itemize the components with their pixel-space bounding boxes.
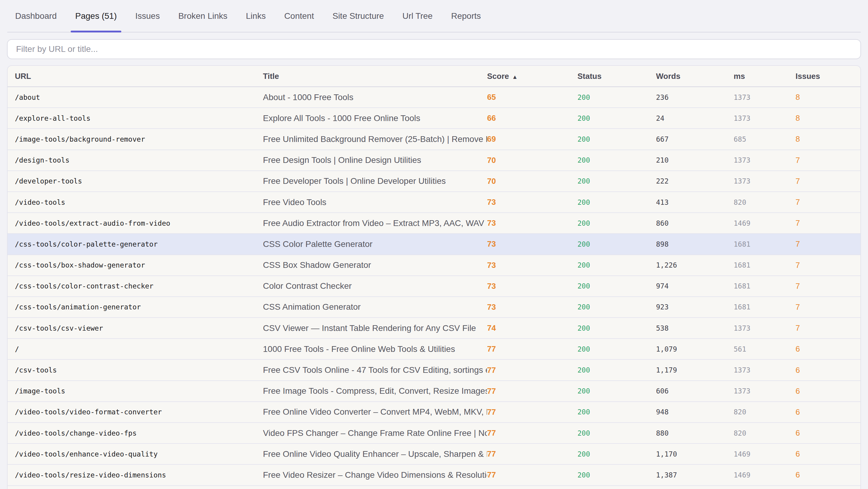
cell-status: 200 <box>578 240 656 248</box>
cell-status: 200 <box>578 261 656 269</box>
cell-title: Free Audio Extractor from Video – Extrac… <box>263 218 487 228</box>
table-row[interactable]: /csv-tools/csv-viewer CSV Viewer — Insta… <box>8 318 860 339</box>
cell-words: 24 <box>656 114 734 122</box>
cell-url: /css-tools/animation-generator <box>15 303 263 311</box>
table-row[interactable]: /developer-tools Free Developer Tools | … <box>8 171 860 192</box>
table-row[interactable]: /video-tools/extract-audio-from-video Fr… <box>8 213 860 234</box>
tab-broken-links[interactable]: Broken Links <box>178 0 227 32</box>
cell-title: 1000 Free Tools - Free Online Web Tools … <box>263 344 487 354</box>
cell-url: /video-tools/video-format-converter <box>15 408 263 416</box>
cell-status: 200 <box>578 429 656 437</box>
table-row[interactable]: /image-tools Free Image Tools - Compress… <box>8 381 860 402</box>
column-header-title[interactable]: Title <box>263 71 487 81</box>
cell-status: 200 <box>578 303 656 311</box>
cell-issues: 7 <box>796 197 860 207</box>
cell-title: Color Contrast Checker <box>263 281 487 291</box>
table-row[interactable]: / 1000 Free Tools - Free Online Web Tool… <box>8 339 860 360</box>
cell-status: 200 <box>578 408 656 416</box>
tab-dashboard[interactable]: Dashboard <box>15 0 57 32</box>
cell-status: 200 <box>578 198 656 206</box>
cell-title: CSV Viewer — Instant Table Rendering for… <box>263 324 487 333</box>
table-row[interactable]: /explore-all-tools Explore All Tools - 1… <box>8 108 860 129</box>
cell-url: /image-tools/background-remover <box>15 135 263 143</box>
tab-label: Url Tree <box>402 11 433 21</box>
column-header-issues[interactable]: Issues <box>796 71 860 81</box>
cell-status: 200 <box>578 450 656 458</box>
tab-label: Broken Links <box>178 11 227 21</box>
cell-ms: 1681 <box>734 282 796 290</box>
cell-ms: 1373 <box>734 93 796 101</box>
cell-words: 1,079 <box>656 345 734 353</box>
cell-score: 77 <box>487 344 578 354</box>
table-row[interactable]: /video-tools/resize-video-dimensions Fre… <box>8 465 860 486</box>
cell-status: 200 <box>578 177 656 185</box>
cell-issues: 8 <box>796 114 860 123</box>
table-row[interactable]: /video-tools/rotate-video Free Online Vi… <box>8 486 860 489</box>
sort-ascending-icon: ▲ <box>512 74 518 80</box>
column-header-score[interactable]: Score▲ <box>487 71 578 81</box>
column-header-ms[interactable]: ms <box>734 71 796 81</box>
cell-issues: 7 <box>796 156 860 165</box>
cell-url: /about <box>15 93 263 101</box>
table-row[interactable]: /csv-tools Free CSV Tools Online - 47 To… <box>8 360 860 381</box>
tab-pages-51[interactable]: Pages (51) <box>75 0 117 32</box>
table-row[interactable]: /css-tools/color-palette-generator CSS C… <box>8 234 860 255</box>
cell-words: 1,387 <box>656 471 734 479</box>
cell-issues: 7 <box>796 177 860 186</box>
table-row[interactable]: /css-tools/box-shadow-generator CSS Box … <box>8 255 860 276</box>
cell-words: 1,170 <box>656 450 734 458</box>
cell-issues: 6 <box>796 366 860 375</box>
table-row[interactable]: /video-tools Free Video Tools 73 200 413… <box>8 192 860 213</box>
cell-words: 860 <box>656 219 734 227</box>
tab-list: Dashboard Pages (51) Issues Broken Links… <box>7 0 481 32</box>
cell-ms: 1681 <box>734 303 796 311</box>
table-row[interactable]: /video-tools/enhance-video-quality Free … <box>8 444 860 465</box>
tab-label: Pages (51) <box>75 11 117 21</box>
cell-words: 222 <box>656 177 734 185</box>
cell-status: 200 <box>578 324 656 332</box>
cell-score: 77 <box>487 387 578 396</box>
column-header-status[interactable]: Status <box>578 71 656 81</box>
table-row[interactable]: /design-tools Free Design Tools | Online… <box>8 150 860 171</box>
tab-links[interactable]: Links <box>246 0 266 32</box>
tab-reports[interactable]: Reports <box>451 0 481 32</box>
cell-score: 77 <box>487 428 578 438</box>
tab-site-structure[interactable]: Site Structure <box>332 0 384 32</box>
cell-url: /design-tools <box>15 156 263 164</box>
cell-score: 66 <box>487 114 578 123</box>
table-row[interactable]: /css-tools/animation-generator CSS Anima… <box>8 297 860 318</box>
column-header-url[interactable]: URL <box>15 71 263 81</box>
filter-input[interactable] <box>7 39 861 59</box>
cell-score: 65 <box>487 93 578 102</box>
cell-issues: 7 <box>796 281 860 291</box>
cell-words: 538 <box>656 324 734 332</box>
tab-issues[interactable]: Issues <box>135 0 160 32</box>
cell-words: 667 <box>656 135 734 143</box>
cell-issues: 6 <box>796 449 860 459</box>
cell-issues: 7 <box>796 218 860 228</box>
cell-words: 898 <box>656 240 734 248</box>
cell-issues: 6 <box>796 407 860 417</box>
column-header-words[interactable]: Words <box>656 71 734 81</box>
cell-status: 200 <box>578 282 656 290</box>
cell-ms: 1373 <box>734 366 796 374</box>
cell-status: 200 <box>578 366 656 374</box>
cell-title: Free Video Tools <box>263 197 487 207</box>
cell-title: CSS Box Shadow Generator <box>263 260 487 270</box>
table-row[interactable]: /video-tools/change-video-fps Video FPS … <box>8 423 860 444</box>
cell-score: 70 <box>487 156 578 165</box>
cell-score: 77 <box>487 366 578 375</box>
tab-url-tree[interactable]: Url Tree <box>402 0 433 32</box>
table-row[interactable]: /about About - 1000 Free Tools 65 200 23… <box>8 87 860 108</box>
table-header: URL Title Score▲ Status Words ms Issues <box>8 66 860 87</box>
cell-ms: 1469 <box>734 450 796 458</box>
cell-ms: 1373 <box>734 387 796 395</box>
table-row[interactable]: /css-tools/color-contrast-checker Color … <box>8 276 860 297</box>
tab-content[interactable]: Content <box>284 0 314 32</box>
cell-status: 200 <box>578 135 656 143</box>
cell-ms: 1681 <box>734 240 796 248</box>
table-row[interactable]: /image-tools/background-remover Free Unl… <box>8 129 860 150</box>
cell-url: /developer-tools <box>15 177 263 185</box>
table-row[interactable]: /video-tools/video-format-converter Free… <box>8 402 860 423</box>
cell-url: /css-tools/color-palette-generator <box>15 240 263 248</box>
